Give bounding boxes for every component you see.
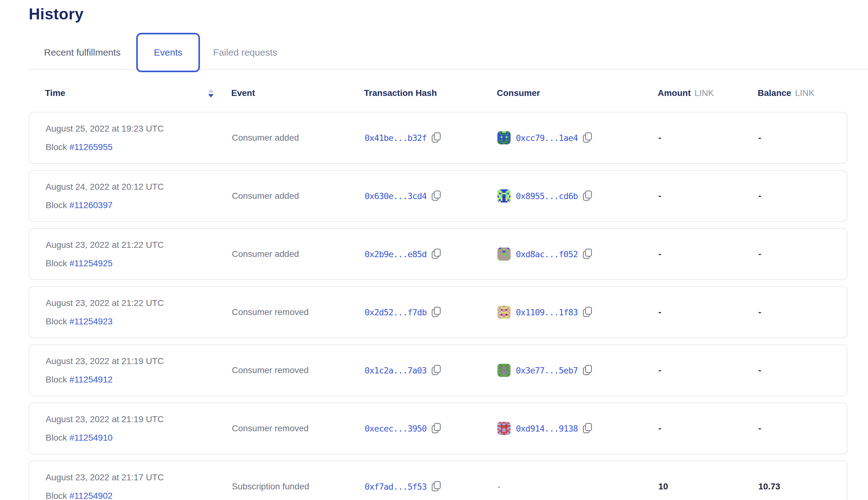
sort-desc-icon — [208, 94, 214, 98]
block-number-link[interactable]: #11254910 — [69, 433, 113, 443]
time-cell: August 23, 2022 at 21:22 UTCBlock #11254… — [46, 298, 232, 327]
consumer-address-link[interactable]: 0x1109...1f83 — [516, 307, 578, 317]
transaction-hash-link[interactable]: 0x41be...b32f — [365, 133, 426, 143]
column-header-time[interactable]: Time — [45, 88, 231, 98]
balance-value: - — [758, 365, 847, 375]
transaction-hash-link[interactable]: 0x630e...3cd4 — [365, 191, 426, 201]
transaction-hash-link[interactable]: 0x2d52...f7db — [365, 307, 426, 317]
transaction-hash-cell: 0x1c2a...7a03 — [365, 365, 498, 376]
consumer-address-link[interactable]: 0xcc79...1ae4 — [516, 133, 578, 143]
block-line: Block #11254910 — [46, 433, 232, 443]
block-label: Block — [46, 491, 69, 500]
column-header-amount: AmountLINK — [658, 88, 758, 98]
copy-consumer-address-button[interactable] — [583, 307, 592, 318]
block-number-link[interactable]: #11254902 — [69, 491, 113, 500]
event-timestamp: August 23, 2022 at 21:19 UTC — [46, 414, 232, 424]
copy-icon — [432, 248, 441, 260]
table-header-row: Time Event Transaction Hash Consumer Amo… — [29, 82, 847, 104]
copy-icon — [583, 423, 592, 434]
copy-icon — [583, 248, 592, 260]
consumer-identicon — [498, 248, 511, 261]
copy-icon — [583, 365, 592, 376]
amount-value: - — [658, 365, 758, 375]
consumer-address-link[interactable]: 0x8955...cd6b — [516, 191, 578, 201]
amount-value: - — [658, 249, 758, 259]
copy-icon — [583, 307, 592, 318]
transaction-hash-link[interactable]: 0x1c2a...7a03 — [365, 366, 426, 375]
event-timestamp: August 23, 2022 at 21:22 UTC — [46, 298, 232, 308]
consumer-address-link[interactable]: 0xd8ac...f052 — [516, 249, 578, 259]
amount-value: 10 — [658, 481, 758, 491]
amount-value: - — [658, 191, 758, 201]
tab-failed-requests[interactable]: Failed requests — [213, 47, 277, 58]
amount-link-unit: LINK — [695, 88, 714, 98]
history-page: History Recent fulfillments Events Faile… — [0, 5, 868, 500]
table-body: August 25, 2022 at 19:23 UTCBlock #11265… — [29, 112, 868, 500]
block-line: Block #11260397 — [46, 200, 232, 210]
tab-bar: Recent fulfillments Events Failed reques… — [29, 33, 868, 72]
balance-value: 10.73 — [758, 481, 847, 491]
transaction-hash-cell: 0x2b9e...e85d — [365, 248, 498, 260]
event-timestamp: August 25, 2022 at 19:23 UTC — [46, 124, 232, 134]
time-cell: August 23, 2022 at 21:17 UTCBlock #11254… — [46, 473, 232, 500]
tab-recent-fulfillments[interactable]: Recent fulfillments — [29, 47, 121, 58]
consumer-identicon — [498, 364, 511, 377]
table-row: August 23, 2022 at 21:19 UTCBlock #11254… — [29, 344, 847, 396]
consumer-cell: - — [498, 481, 658, 491]
copy-consumer-address-button[interactable] — [583, 132, 592, 144]
column-header-transaction-hash: Transaction Hash — [364, 88, 497, 98]
tab-events-active-outline[interactable]: Events — [136, 33, 200, 72]
event-type: Consumer removed — [232, 307, 365, 317]
event-timestamp: August 24, 2022 at 20:12 UTC — [46, 182, 232, 192]
block-label: Block — [46, 375, 69, 384]
sort-control[interactable] — [208, 89, 214, 98]
consumer-address-link[interactable]: 0x3e77...5eb7 — [516, 366, 578, 375]
table-row: August 23, 2022 at 21:19 UTCBlock #11254… — [29, 402, 847, 454]
copy-transaction-hash-button[interactable] — [432, 365, 441, 376]
copy-consumer-address-button[interactable] — [583, 248, 592, 260]
table-row: August 23, 2022 at 21:22 UTCBlock #11254… — [29, 228, 847, 280]
copy-consumer-address-button[interactable] — [583, 190, 592, 202]
block-number-link[interactable]: #11254912 — [69, 375, 113, 384]
copy-transaction-hash-button[interactable] — [432, 307, 441, 318]
transaction-hash-cell: 0x630e...3cd4 — [365, 190, 498, 202]
event-timestamp: August 23, 2022 at 21:22 UTC — [46, 240, 232, 250]
copy-transaction-hash-button[interactable] — [432, 423, 441, 434]
copy-icon — [432, 423, 441, 434]
transaction-hash-cell: 0xecec...3950 — [365, 423, 498, 434]
amount-value: - — [658, 307, 758, 317]
consumer-identicon — [498, 422, 511, 435]
consumer-identicon — [498, 189, 511, 203]
consumer-cell: 0xd8ac...f052 — [498, 248, 658, 261]
event-type: Consumer removed — [232, 423, 365, 433]
copy-transaction-hash-button[interactable] — [432, 190, 441, 202]
block-label: Block — [46, 433, 69, 443]
copy-transaction-hash-button[interactable] — [432, 132, 441, 144]
transaction-hash-cell: 0x2d52...f7db — [365, 307, 498, 318]
block-line: Block #11254923 — [46, 317, 232, 327]
copy-consumer-address-button[interactable] — [583, 423, 592, 434]
block-number-link[interactable]: #11254925 — [69, 259, 113, 268]
consumer-address-link[interactable]: 0xd914...9138 — [516, 424, 578, 433]
block-number-link[interactable]: #11254923 — [69, 317, 113, 326]
event-timestamp: August 23, 2022 at 21:19 UTC — [46, 356, 232, 366]
block-number-link[interactable]: #11265955 — [69, 142, 113, 152]
transaction-hash-link[interactable]: 0xf7ad...5f53 — [365, 482, 426, 491]
block-number-link[interactable]: #11260397 — [69, 200, 113, 210]
transaction-hash-link[interactable]: 0x2b9e...e85d — [365, 249, 426, 259]
event-type: Consumer removed — [232, 365, 365, 375]
consumer-cell: 0xd914...9138 — [498, 422, 658, 435]
table-row: August 24, 2022 at 20:12 UTCBlock #11260… — [29, 170, 847, 222]
transaction-hash-link[interactable]: 0xecec...3950 — [365, 424, 426, 433]
tab-events[interactable]: Events — [154, 47, 182, 58]
copy-icon — [432, 365, 441, 376]
consumer-empty-value: - — [498, 481, 500, 491]
balance-link-unit: LINK — [795, 88, 814, 98]
consumer-cell: 0x1109...1f83 — [498, 306, 658, 319]
page-title: History — [29, 5, 868, 23]
consumer-cell: 0x8955...cd6b — [498, 189, 658, 203]
copy-transaction-hash-button[interactable] — [432, 481, 441, 492]
copy-icon — [432, 190, 441, 202]
copy-transaction-hash-button[interactable] — [432, 248, 441, 260]
copy-consumer-address-button[interactable] — [583, 365, 592, 376]
